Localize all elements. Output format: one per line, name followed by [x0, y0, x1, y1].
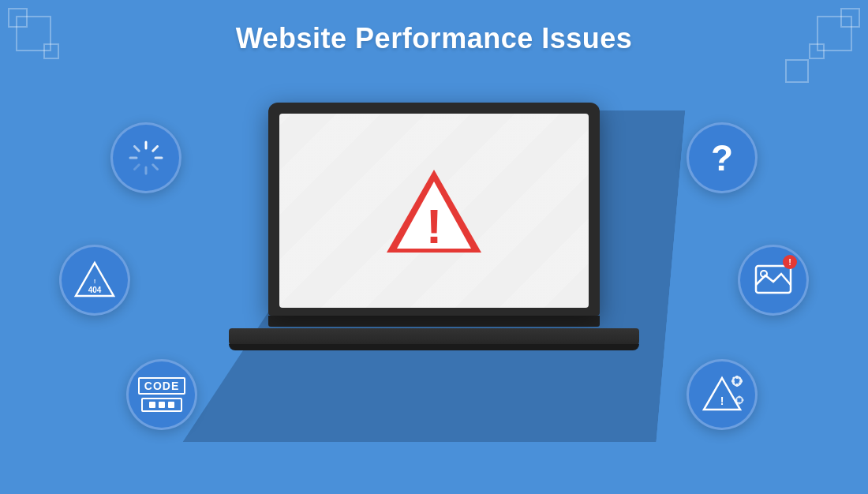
svg-rect-30 — [735, 399, 738, 402]
laptop-bottom — [229, 328, 639, 350]
laptop-hinge — [268, 316, 600, 327]
code-label: CODE — [138, 377, 185, 395]
code-icon: CODE — [138, 377, 185, 412]
svg-line-9 — [153, 147, 158, 152]
code-dot-2 — [159, 402, 165, 408]
code-dot-1 — [149, 402, 155, 408]
question-icon-circle: ? — [687, 122, 758, 193]
code-dots — [141, 398, 182, 412]
laptop-screen: ! — [279, 114, 589, 308]
corner-deco-tr4 — [785, 59, 809, 83]
svg-line-10 — [135, 165, 140, 170]
svg-rect-29 — [739, 402, 741, 405]
question-icon: ? — [711, 140, 733, 176]
error-404-icon-circle: ! 404 — [59, 245, 130, 316]
broken-image-wrap: ! — [753, 258, 794, 302]
image-error-badge: ! — [783, 255, 797, 269]
svg-text:!: ! — [426, 199, 443, 253]
svg-rect-21 — [731, 380, 735, 383]
svg-line-7 — [135, 147, 140, 152]
svg-rect-28 — [739, 396, 741, 399]
page-title: Website Performance Issues — [0, 22, 868, 55]
code-icon-circle: CODE — [126, 359, 197, 430]
bug-icon-circle: ! — [687, 359, 758, 430]
svg-rect-22 — [739, 380, 743, 383]
svg-rect-31 — [742, 399, 744, 402]
svg-text:404: 404 — [88, 286, 102, 294]
svg-text:!: ! — [94, 278, 96, 285]
loading-spinner-icon-circle — [110, 122, 181, 193]
svg-line-8 — [153, 165, 158, 170]
laptop: ! — [268, 103, 600, 350]
broken-image-icon-circle: ! — [738, 245, 809, 316]
loading-spinner-icon — [125, 137, 166, 178]
laptop-screen-outer: ! — [268, 103, 600, 316]
svg-rect-19 — [736, 376, 739, 379]
error-404-icon: ! 404 — [73, 258, 117, 302]
bug-icon: ! — [699, 372, 745, 417]
svg-rect-20 — [736, 384, 739, 387]
laptop-base — [268, 316, 600, 350]
code-dot-3 — [168, 402, 174, 408]
warning-triangle-icon: ! — [383, 166, 485, 256]
background: Website Performance Issues ! — [0, 0, 868, 494]
svg-text:!: ! — [720, 395, 724, 407]
